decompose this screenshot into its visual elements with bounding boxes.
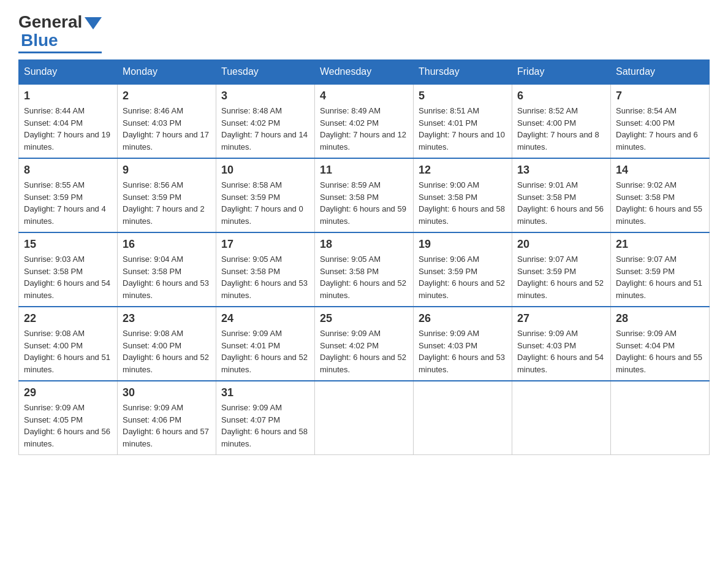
logo-arrow-icon <box>85 17 102 29</box>
col-tuesday: Tuesday <box>216 60 315 85</box>
table-row: 20Sunrise: 9:07 AMSunset: 3:59 PMDayligh… <box>512 232 611 307</box>
table-row: 14Sunrise: 9:02 AMSunset: 3:58 PMDayligh… <box>611 158 710 232</box>
col-friday: Friday <box>512 60 611 85</box>
table-row: 28Sunrise: 9:09 AMSunset: 4:04 PMDayligh… <box>611 307 710 381</box>
day-number: 26 <box>419 312 507 325</box>
day-info: Sunrise: 9:01 AMSunset: 3:58 PMDaylight:… <box>517 179 605 227</box>
table-row: 9Sunrise: 8:56 AMSunset: 3:59 PMDaylight… <box>118 158 216 232</box>
table-row: 4Sunrise: 8:49 AMSunset: 4:02 PMDaylight… <box>315 84 414 158</box>
col-thursday: Thursday <box>414 60 512 85</box>
table-row <box>315 381 414 455</box>
day-number: 3 <box>221 90 309 102</box>
day-info: Sunrise: 9:08 AMSunset: 4:00 PMDaylight:… <box>24 327 112 375</box>
table-row: 11Sunrise: 8:59 AMSunset: 3:58 PMDayligh… <box>315 158 414 232</box>
day-info: Sunrise: 9:02 AMSunset: 3:58 PMDaylight:… <box>616 179 704 227</box>
table-row: 27Sunrise: 9:09 AMSunset: 4:03 PMDayligh… <box>512 307 611 381</box>
table-row: 8Sunrise: 8:55 AMSunset: 3:59 PMDaylight… <box>19 158 118 232</box>
day-number: 28 <box>616 312 704 325</box>
day-number: 7 <box>616 90 704 102</box>
day-number: 30 <box>123 386 211 399</box>
table-row: 26Sunrise: 9:09 AMSunset: 4:03 PMDayligh… <box>414 307 512 381</box>
day-number: 8 <box>24 164 112 177</box>
day-info: Sunrise: 8:58 AMSunset: 3:59 PMDaylight:… <box>221 179 309 227</box>
day-number: 19 <box>419 238 507 251</box>
table-row: 19Sunrise: 9:06 AMSunset: 3:59 PMDayligh… <box>414 232 512 307</box>
table-row: 24Sunrise: 9:09 AMSunset: 4:01 PMDayligh… <box>216 307 315 381</box>
table-row: 16Sunrise: 9:04 AMSunset: 3:58 PMDayligh… <box>118 232 216 307</box>
day-number: 10 <box>221 164 309 177</box>
day-number: 25 <box>320 312 408 325</box>
day-info: Sunrise: 8:56 AMSunset: 3:59 PMDaylight:… <box>123 179 211 227</box>
calendar-week-row: 8Sunrise: 8:55 AMSunset: 3:59 PMDaylight… <box>19 158 710 232</box>
table-row: 21Sunrise: 9:07 AMSunset: 3:59 PMDayligh… <box>611 232 710 307</box>
day-info: Sunrise: 9:07 AMSunset: 3:59 PMDaylight:… <box>616 253 704 301</box>
day-info: Sunrise: 9:08 AMSunset: 4:00 PMDaylight:… <box>123 327 211 375</box>
day-number: 2 <box>123 90 211 102</box>
calendar-week-row: 1Sunrise: 8:44 AMSunset: 4:04 PMDaylight… <box>19 84 710 158</box>
day-number: 27 <box>517 312 605 325</box>
day-info: Sunrise: 8:46 AMSunset: 4:03 PMDaylight:… <box>123 105 211 153</box>
calendar-table: Sunday Monday Tuesday Wednesday Thursday… <box>18 59 710 455</box>
day-info: Sunrise: 9:00 AMSunset: 3:58 PMDaylight:… <box>419 179 507 227</box>
day-info: Sunrise: 9:05 AMSunset: 3:58 PMDaylight:… <box>320 253 408 301</box>
table-row: 31Sunrise: 9:09 AMSunset: 4:07 PMDayligh… <box>216 381 315 455</box>
day-number: 14 <box>616 164 704 177</box>
day-info: Sunrise: 9:09 AMSunset: 4:06 PMDaylight:… <box>123 402 211 450</box>
calendar-week-row: 15Sunrise: 9:03 AMSunset: 3:58 PMDayligh… <box>19 232 710 307</box>
col-monday: Monday <box>118 60 216 85</box>
day-info: Sunrise: 8:48 AMSunset: 4:02 PMDaylight:… <box>221 105 309 153</box>
table-row: 10Sunrise: 8:58 AMSunset: 3:59 PMDayligh… <box>216 158 315 232</box>
day-info: Sunrise: 8:54 AMSunset: 4:00 PMDaylight:… <box>616 105 704 153</box>
day-number: 29 <box>24 386 112 399</box>
table-row: 2Sunrise: 8:46 AMSunset: 4:03 PMDaylight… <box>118 84 216 158</box>
day-info: Sunrise: 8:44 AMSunset: 4:04 PMDaylight:… <box>24 105 112 153</box>
table-row: 12Sunrise: 9:00 AMSunset: 3:58 PMDayligh… <box>414 158 512 232</box>
table-row: 23Sunrise: 9:08 AMSunset: 4:00 PMDayligh… <box>118 307 216 381</box>
table-row: 17Sunrise: 9:05 AMSunset: 3:58 PMDayligh… <box>216 232 315 307</box>
table-row: 6Sunrise: 8:52 AMSunset: 4:00 PMDaylight… <box>512 84 611 158</box>
day-number: 24 <box>221 312 309 325</box>
day-number: 13 <box>517 164 605 177</box>
table-row: 25Sunrise: 9:09 AMSunset: 4:02 PMDayligh… <box>315 307 414 381</box>
table-row: 29Sunrise: 9:09 AMSunset: 4:05 PMDayligh… <box>19 381 118 455</box>
day-info: Sunrise: 9:07 AMSunset: 3:59 PMDaylight:… <box>517 253 605 301</box>
day-number: 23 <box>123 312 211 325</box>
day-info: Sunrise: 9:09 AMSunset: 4:07 PMDaylight:… <box>221 402 309 450</box>
col-wednesday: Wednesday <box>315 60 414 85</box>
table-row: 3Sunrise: 8:48 AMSunset: 4:02 PMDaylight… <box>216 84 315 158</box>
table-row: 30Sunrise: 9:09 AMSunset: 4:06 PMDayligh… <box>118 381 216 455</box>
day-info: Sunrise: 8:52 AMSunset: 4:00 PMDaylight:… <box>517 105 605 153</box>
day-info: Sunrise: 9:09 AMSunset: 4:02 PMDaylight:… <box>320 327 408 375</box>
day-number: 16 <box>123 238 211 251</box>
page-header: General Blue <box>18 12 710 53</box>
day-number: 18 <box>320 238 408 251</box>
day-number: 22 <box>24 312 112 325</box>
table-row <box>512 381 611 455</box>
table-row: 18Sunrise: 9:05 AMSunset: 3:58 PMDayligh… <box>315 232 414 307</box>
day-info: Sunrise: 8:59 AMSunset: 3:58 PMDaylight:… <box>320 179 408 227</box>
calendar-week-row: 29Sunrise: 9:09 AMSunset: 4:05 PMDayligh… <box>19 381 710 455</box>
day-number: 6 <box>517 90 605 102</box>
calendar-header-row: Sunday Monday Tuesday Wednesday Thursday… <box>19 60 710 85</box>
logo-blue-text: Blue <box>21 31 58 50</box>
day-info: Sunrise: 8:49 AMSunset: 4:02 PMDaylight:… <box>320 105 408 153</box>
day-number: 5 <box>419 90 507 102</box>
day-info: Sunrise: 9:09 AMSunset: 4:05 PMDaylight:… <box>24 402 112 450</box>
table-row: 7Sunrise: 8:54 AMSunset: 4:00 PMDaylight… <box>611 84 710 158</box>
day-info: Sunrise: 9:09 AMSunset: 4:04 PMDaylight:… <box>616 327 704 375</box>
logo: General Blue <box>18 12 102 53</box>
col-sunday: Sunday <box>19 60 118 85</box>
day-number: 11 <box>320 164 408 177</box>
day-number: 31 <box>221 386 309 399</box>
day-info: Sunrise: 9:05 AMSunset: 3:58 PMDaylight:… <box>221 253 309 301</box>
day-number: 17 <box>221 238 309 251</box>
calendar-week-row: 22Sunrise: 9:08 AMSunset: 4:00 PMDayligh… <box>19 307 710 381</box>
day-info: Sunrise: 9:09 AMSunset: 4:03 PMDaylight:… <box>419 327 507 375</box>
day-number: 12 <box>419 164 507 177</box>
table-row: 13Sunrise: 9:01 AMSunset: 3:58 PMDayligh… <box>512 158 611 232</box>
table-row: 22Sunrise: 9:08 AMSunset: 4:00 PMDayligh… <box>19 307 118 381</box>
day-number: 4 <box>320 90 408 102</box>
day-info: Sunrise: 8:55 AMSunset: 3:59 PMDaylight:… <box>24 179 112 227</box>
day-info: Sunrise: 9:03 AMSunset: 3:58 PMDaylight:… <box>24 253 112 301</box>
table-row <box>611 381 710 455</box>
